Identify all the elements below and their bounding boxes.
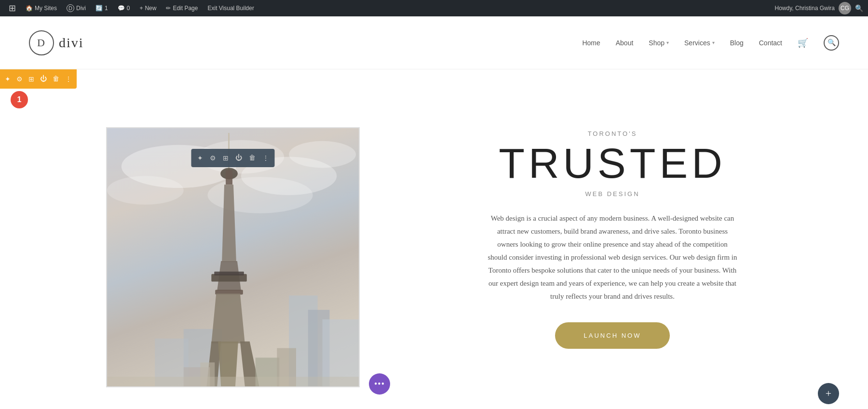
hero-subtitle-bottom: WEB DESIGN: [585, 190, 639, 198]
text-column: TORONTO'S TRUSTED WEB DESIGN Web design …: [366, 69, 868, 409]
divi-button[interactable]: D Divi: [63, 4, 90, 12]
site-header: D divi Home About Shop ▾ Services ▾ Blog…: [0, 16, 868, 69]
svg-rect-27: [107, 377, 359, 386]
new-button[interactable]: + New: [136, 5, 160, 12]
nav-shop-label: Shop: [649, 39, 665, 47]
updates-count: 1: [105, 5, 108, 12]
nav-contact[interactable]: Contact: [759, 39, 782, 47]
wp-logo-icon: ⊞: [9, 3, 16, 13]
search-icon[interactable]: 🔍: [824, 35, 839, 51]
edit-page-label: Edit Page: [173, 5, 198, 12]
nav-home[interactable]: Home: [582, 39, 600, 47]
module-toolbar: ✦ ⚙ ⊞ ⏻ 🗑 ⋮: [191, 149, 275, 167]
exit-builder-label: Exit Visual Builder: [207, 5, 254, 12]
site-navigation: Home About Shop ▾ Services ▾ Blog Contac…: [582, 35, 839, 51]
nav-shop[interactable]: Shop ▾: [649, 39, 669, 47]
module-layout-icon[interactable]: ⊞: [223, 154, 229, 162]
section-layout-icon[interactable]: ⊞: [28, 75, 34, 83]
section-more-icon[interactable]: ⋮: [65, 75, 72, 83]
nav-home-label: Home: [582, 39, 600, 47]
updates-button[interactable]: 🔄 1: [92, 5, 112, 12]
site-logo[interactable]: D divi: [29, 30, 84, 55]
services-dropdown-icon: ▾: [712, 40, 715, 45]
edit-page-button[interactable]: ✏ Edit Page: [162, 5, 202, 12]
user-greeting: Howdy, Christina Gwira: [775, 5, 835, 12]
module-settings-icon[interactable]: ⚙: [210, 154, 216, 162]
section-enable-icon[interactable]: ⏻: [40, 75, 47, 83]
cart-icon[interactable]: 🛒: [798, 38, 808, 48]
logo-letter: D: [37, 37, 46, 49]
my-sites-icon: 🏠: [26, 5, 33, 12]
nav-blog-label: Blog: [730, 39, 744, 47]
dark-float-button[interactable]: +: [818, 383, 839, 404]
purple-button-icon: •••: [374, 379, 385, 389]
svg-rect-13: [226, 170, 232, 185]
exit-visual-builder-button[interactable]: Exit Visual Builder: [203, 5, 258, 12]
admin-bar: ⊞ 🏠 My Sites D Divi 🔄 1 💬 0 + New ✏ Edit…: [0, 0, 868, 16]
section-toolbar: ✦ ⚙ ⊞ ⏻ 🗑 ⋮: [0, 69, 77, 89]
logo-circle-icon: D: [29, 30, 54, 55]
svg-marker-19: [211, 293, 244, 343]
nav-services-label: Services: [684, 39, 710, 47]
logo-text: divi: [59, 35, 84, 51]
hero-body-text: Web design is a crucial aspect of any mo…: [487, 212, 738, 303]
new-icon: +: [139, 5, 143, 12]
main-section: ✦ ⚙ ⊞ ⏻ 🗑 ⋮: [0, 69, 868, 409]
section-add-icon[interactable]: ✦: [5, 75, 11, 83]
my-sites-button[interactable]: 🏠 My Sites: [22, 5, 61, 12]
svg-point-3: [107, 176, 184, 205]
nav-services[interactable]: Services ▾: [684, 39, 715, 47]
purple-float-button[interactable]: •••: [369, 373, 390, 395]
new-label: New: [145, 5, 156, 12]
comments-icon: 💬: [118, 5, 125, 12]
wp-logo-button[interactable]: ⊞: [5, 3, 20, 13]
avatar[interactable]: CG: [839, 2, 851, 14]
section-number-badge: 1: [11, 91, 28, 108]
shop-dropdown-icon: ▾: [666, 40, 669, 45]
nav-blog[interactable]: Blog: [730, 39, 744, 47]
nav-about-label: About: [616, 39, 634, 47]
page-content: ✦ ⚙ ⊞ ⏻ 🗑 ⋮ 1 ✦ ⚙ ⊞ ⏻ 🗑 ⋮: [0, 69, 868, 409]
section-delete-icon[interactable]: 🗑: [53, 75, 59, 83]
nav-contact-label: Contact: [759, 39, 782, 47]
hero-subtitle-top: TORONTO'S: [588, 130, 637, 137]
launch-now-button[interactable]: LAUNCH NOW: [555, 322, 670, 349]
module-enable-icon[interactable]: ⏻: [235, 154, 242, 162]
image-column: ✦ ⚙ ⊞ ⏻ 🗑 ⋮: [0, 69, 366, 409]
nav-about[interactable]: About: [616, 39, 634, 47]
module-more-icon[interactable]: ⋮: [262, 154, 269, 162]
updates-icon: 🔄: [95, 5, 103, 12]
svg-rect-17: [214, 272, 244, 276]
hero-heading: TRUSTED: [499, 142, 726, 185]
svg-rect-8: [323, 319, 359, 386]
section-settings-icon[interactable]: ⚙: [16, 75, 23, 83]
search-bar-icon[interactable]: 🔍: [855, 4, 863, 12]
module-move-icon[interactable]: ✦: [197, 154, 203, 162]
svg-point-5: [207, 177, 312, 213]
edit-icon: ✏: [166, 5, 171, 12]
my-sites-label: My Sites: [35, 5, 57, 12]
divi-label: Divi: [76, 5, 86, 12]
admin-bar-right: Howdy, Christina Gwira CG 🔍: [775, 2, 863, 14]
image-wrapper: ✦ ⚙ ⊞ ⏻ 🗑 ⋮: [106, 127, 360, 387]
comments-button[interactable]: 💬 0: [114, 5, 134, 12]
dark-button-icon: +: [826, 387, 831, 400]
module-delete-icon[interactable]: 🗑: [249, 154, 256, 162]
svg-point-4: [289, 141, 356, 168]
divi-icon: D: [67, 4, 74, 12]
comment-count: 0: [127, 5, 130, 12]
